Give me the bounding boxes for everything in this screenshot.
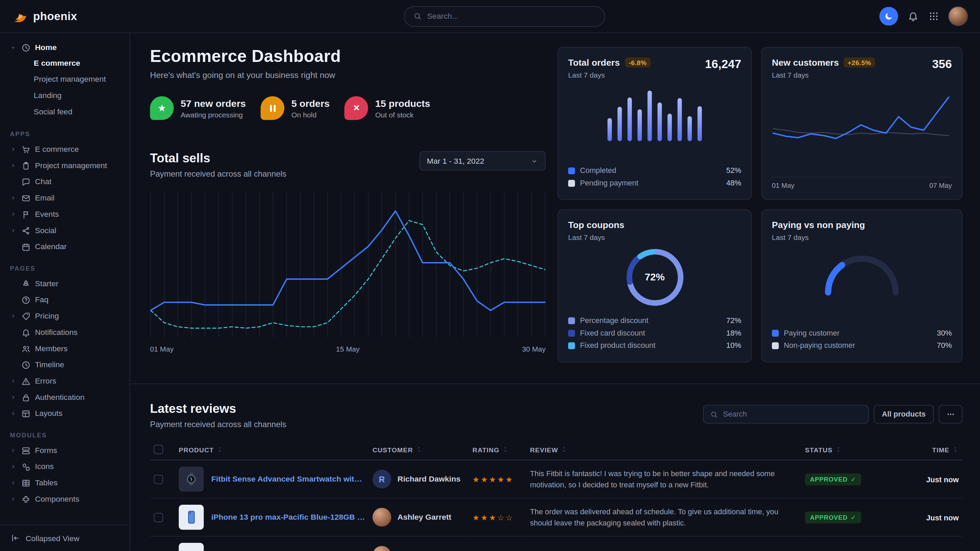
- customer-name[interactable]: Ashley Garrett: [398, 513, 451, 522]
- customer-avatar: [372, 508, 391, 527]
- row-checkbox[interactable]: [154, 513, 164, 522]
- sort-icon[interactable]: [952, 446, 959, 453]
- select-all-checkbox[interactable]: [154, 445, 164, 454]
- stat-cards: Total orders -6.8% Last 7 days 16,247 Co…: [557, 47, 962, 362]
- sidebar-section-title: MODULES: [10, 432, 119, 438]
- bell-icon: [907, 11, 919, 22]
- collapsed-view-toggle[interactable]: Collapsed View: [0, 525, 129, 551]
- table-body: Fitbit Sense Advanced Smartwatch with To…: [150, 460, 963, 551]
- card-title: Paying vs non paying: [772, 220, 865, 230]
- reviews-search[interactable]: [703, 405, 869, 423]
- global-search[interactable]: [404, 6, 605, 27]
- reviews-subtitle: Payment received across all channels: [150, 420, 287, 429]
- rating-cell: ★★★☆☆: [469, 498, 527, 537]
- sidebar-item-layouts[interactable]: Layouts: [5, 405, 125, 422]
- row-select-cell: [150, 460, 175, 498]
- sidebar-item-authentication[interactable]: Authentication: [5, 389, 125, 405]
- apps-grid-button[interactable]: [928, 11, 939, 22]
- app: phoenix HomeE commerceProject management…: [0, 0, 980, 551]
- review-cell: This Fitbit is fantastic! I was trying t…: [526, 460, 801, 498]
- sidebar-subitem-e-commerce[interactable]: E commerce: [5, 56, 125, 72]
- table-header-row: PRODUCTCUSTOMERRATINGREVIEWSTATUSTIME: [150, 439, 963, 460]
- brand[interactable]: phoenix: [11, 8, 129, 24]
- column-header-review[interactable]: REVIEW: [526, 439, 801, 460]
- sidebar-subitem-project-management[interactable]: Project management: [5, 72, 125, 88]
- sidebar-item-tables[interactable]: Tables: [5, 475, 125, 491]
- sidebar-subitem-social-feed[interactable]: Social feed: [5, 105, 125, 121]
- legend-swatch: [772, 329, 779, 336]
- coupons-legend: Percentage discount72%Fixed card discoun…: [568, 314, 741, 352]
- topbar-actions: [879, 7, 967, 25]
- sort-icon[interactable]: [415, 446, 422, 453]
- user-avatar[interactable]: [949, 7, 967, 25]
- sidebar-item-faq[interactable]: Faq: [5, 292, 125, 308]
- date-range-select[interactable]: Mar 1 - 31, 2022: [420, 151, 546, 170]
- sidebar-item-components[interactable]: Components: [5, 491, 125, 507]
- reviews-table: PRODUCTCUSTOMERRATINGREVIEWSTATUSTIME Fi…: [150, 439, 963, 551]
- search-icon: [710, 410, 718, 418]
- sidebar-item-starter[interactable]: Starter: [5, 275, 125, 292]
- sidebar-subitem-landing[interactable]: Landing: [5, 88, 125, 105]
- product-link[interactable]: iPhone 13 pro max-Pacific Blue-128GB sto…: [211, 513, 365, 522]
- sidebar-item-social[interactable]: Social: [5, 222, 125, 238]
- order-bar: [657, 103, 662, 141]
- column-header-product[interactable]: PRODUCT: [175, 439, 369, 460]
- column-header-customer[interactable]: CUSTOMER: [369, 439, 469, 460]
- users-icon: [21, 344, 31, 353]
- sidebar-item-forms[interactable]: Forms: [5, 442, 125, 459]
- order-bar: [648, 91, 652, 141]
- card-period: Last 7 days: [568, 233, 624, 241]
- sidebar-item-pricing[interactable]: Pricing: [5, 308, 125, 324]
- caret-right-icon: [10, 195, 17, 201]
- sidebar-item-e-commerce[interactable]: E commerce: [5, 141, 125, 157]
- order-bar: [628, 97, 632, 141]
- column-header-time[interactable]: TIME: [881, 439, 963, 460]
- hero-left: Ecommerce Dashboard Here's what's going …: [150, 47, 546, 362]
- sort-icon[interactable]: [560, 446, 567, 453]
- rating-stars: ★★★☆☆: [473, 514, 514, 522]
- sidebar-item-notifications[interactable]: Notifications: [5, 324, 125, 341]
- legend-item: Percentage discount72%: [568, 314, 741, 327]
- warning-icon: [21, 376, 31, 386]
- legend-item: Completed52%: [568, 164, 741, 177]
- sidebar-item-email[interactable]: Email: [5, 190, 125, 206]
- global-search-input[interactable]: [427, 12, 595, 21]
- card-period: Last 7 days: [772, 71, 875, 79]
- sidebar-item-timeline[interactable]: Timeline: [5, 357, 125, 373]
- caret-right-icon: [10, 480, 17, 486]
- order-bar: [617, 107, 622, 141]
- review-text: This Fitbit is fantastic! I was trying t…: [530, 468, 797, 491]
- sidebar-item-calendar[interactable]: Calendar: [5, 238, 125, 255]
- sidebar-item-members[interactable]: Members: [5, 340, 125, 357]
- sort-icon[interactable]: [835, 446, 842, 453]
- more-options-button[interactable]: ⋯: [939, 405, 963, 423]
- sidebar-item-project-management[interactable]: Project management: [5, 157, 125, 174]
- customer-name[interactable]: Richard Dawkins: [398, 475, 460, 484]
- legend-swatch: [568, 342, 575, 349]
- all-products-button[interactable]: All products: [874, 405, 934, 423]
- stat-cross-icon: ×: [345, 96, 368, 120]
- column-header-status[interactable]: STATUS: [801, 439, 881, 460]
- row-checkbox[interactable]: [154, 475, 164, 484]
- stat-value: 5 orders: [291, 98, 329, 109]
- sidebar-item-chat[interactable]: Chat: [5, 173, 125, 190]
- card-title: Total orders: [568, 57, 620, 67]
- sidebar-item-errors[interactable]: Errors: [5, 373, 125, 389]
- mail-icon: [21, 193, 31, 203]
- coupons-donut-chart: 72%: [622, 245, 687, 310]
- sort-icon[interactable]: [502, 446, 509, 453]
- product-link[interactable]: Fitbit Sense Advanced Smartwatch with To…: [211, 475, 365, 484]
- sidebar-item-events[interactable]: Events: [5, 206, 125, 222]
- time-cell: Just now: [881, 498, 963, 537]
- sidebar-item-home[interactable]: Home: [5, 40, 125, 56]
- new-customers-x-axis: 01 May 07 May: [772, 177, 952, 189]
- legend-label: Non-paying customer: [784, 341, 855, 350]
- notifications-button[interactable]: [907, 11, 919, 22]
- theme-toggle-button[interactable]: [879, 7, 898, 25]
- reviews-search-input[interactable]: [723, 410, 862, 419]
- sort-icon[interactable]: [216, 446, 223, 453]
- time-cell: Just now: [881, 460, 963, 498]
- sidebar-item-icons[interactable]: Icons: [5, 459, 125, 475]
- donut-center-label: 72%: [622, 245, 687, 310]
- column-header-rating[interactable]: RATING: [469, 439, 527, 460]
